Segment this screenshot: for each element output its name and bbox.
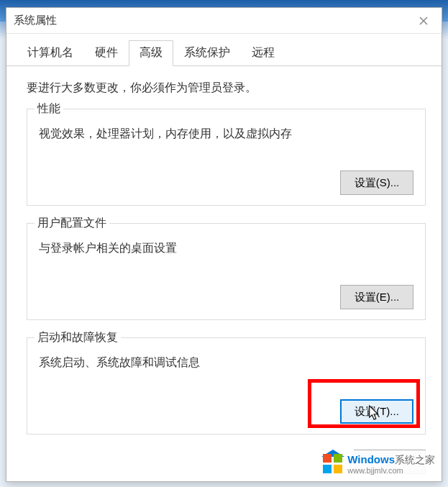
startup-legend: 启动和故障恢复 (35, 330, 121, 345)
watermark-suffix: 系统之家 (395, 454, 435, 465)
tab-content-advanced: 要进行大多数更改，你必须作为管理员登录。 性能 视觉效果，处理器计划，内存使用，… (6, 66, 442, 449)
performance-settings-button[interactable]: 设置(S)... (340, 170, 413, 195)
watermark: Windows系统之家 www.bjjmlv.com (319, 450, 439, 478)
tab-hardware[interactable]: 硬件 (84, 40, 129, 66)
groupbox-performance: 性能 视觉效果，处理器计划，内存使用，以及虚拟内存 设置(S)... (27, 109, 426, 206)
close-icon (419, 17, 428, 25)
tab-remote[interactable]: 远程 (241, 40, 285, 66)
close-button[interactable] (413, 10, 434, 32)
performance-description: 视觉效果，处理器计划，内存使用，以及虚拟内存 (39, 127, 413, 142)
startup-settings-button[interactable]: 设置(T)... (340, 399, 413, 424)
user-profiles-description: 与登录帐户相关的桌面设置 (39, 241, 413, 256)
titlebar: 系统属性 (6, 8, 442, 34)
startup-description: 系统启动、系统故障和调试信息 (39, 355, 413, 370)
window-title: 系统属性 (14, 14, 413, 27)
tab-system-protection[interactable]: 系统保护 (173, 40, 241, 66)
tab-advanced[interactable]: 高级 (129, 40, 173, 66)
performance-legend: 性能 (35, 101, 63, 117)
watermark-text: Windows系统之家 www.bjjmlv.com (347, 453, 435, 475)
tab-strip: 计算机名 硬件 高级 系统保护 远程 (6, 34, 442, 66)
system-properties-dialog: 系统属性 计算机名 硬件 高级 系统保护 远程 要进行大多数更改，你必须作为管理… (6, 7, 442, 482)
groupbox-startup-recovery: 启动和故障恢复 系统启动、系统故障和调试信息 设置(T)... (27, 337, 426, 434)
user-profiles-settings-button[interactable]: 设置(E)... (340, 285, 413, 309)
watermark-brand: Windows (347, 453, 395, 465)
watermark-url: www.bjjmlv.com (347, 466, 435, 475)
windows-logo-icon (323, 454, 343, 474)
user-profiles-legend: 用户配置文件 (35, 216, 109, 231)
tab-computer-name[interactable]: 计算机名 (17, 40, 84, 66)
admin-note: 要进行大多数更改，你必须作为管理员登录。 (27, 81, 426, 96)
groupbox-user-profiles: 用户配置文件 与登录帐户相关的桌面设置 设置(E)... (27, 223, 426, 320)
